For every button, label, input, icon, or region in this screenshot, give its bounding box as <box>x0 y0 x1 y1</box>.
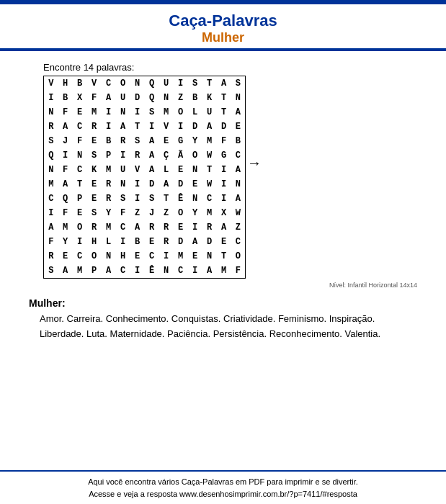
grid-cell: C <box>116 220 130 235</box>
grid-cell: E <box>159 134 174 148</box>
page-subtitle: Mulher <box>0 30 446 45</box>
grid-cell: M <box>87 105 102 120</box>
grid-cell: U <box>116 163 130 177</box>
grid-cell: R <box>159 220 174 235</box>
grid-cell: R <box>130 148 145 163</box>
grid-cell: I <box>130 177 145 192</box>
words-line2: Liberdade. Luta. Maternidade. Paciência.… <box>40 327 417 342</box>
grid-cell: A <box>145 134 159 148</box>
grid-cell: H <box>87 235 102 249</box>
grid-cell: F <box>231 264 246 279</box>
grid-cell: A <box>202 264 217 279</box>
grid-cell: S <box>44 264 58 279</box>
grid-cell: O <box>231 249 246 264</box>
grid-cell: P <box>102 148 116 163</box>
grid-cell: E <box>58 249 73 264</box>
grid-cell: Z <box>231 220 246 235</box>
content-area: Encontre 14 palavras: VHBVCONQUISTASIBXF… <box>0 58 446 349</box>
grid-cell: I <box>174 76 188 91</box>
grid-cell: T <box>159 192 174 206</box>
grid-cell: W <box>231 206 246 220</box>
grid-cell: A <box>217 220 231 235</box>
grid-cell: P <box>73 192 87 206</box>
grid-cell: R <box>202 220 217 235</box>
grid-cell: N <box>188 192 202 206</box>
words-title: Mulher: <box>29 297 417 309</box>
grid-cell: C <box>116 264 130 279</box>
footer: Aqui você encontra vários Caça-Palavras … <box>0 470 446 504</box>
grid-cell: J <box>58 134 73 148</box>
grid-cell: R <box>145 220 159 235</box>
footer-line2: Acesse e veja a resposta www.desenhosimp… <box>7 488 439 500</box>
grid-cell: M <box>174 249 188 264</box>
grid-cell: E <box>87 134 102 148</box>
grid-cell: I <box>188 220 202 235</box>
grid-cell: D <box>174 235 188 249</box>
grid-cell: T <box>217 91 231 105</box>
grid-cell: R <box>102 177 116 192</box>
page-title: Caça-Palavras <box>0 12 446 30</box>
grid-cell: K <box>202 91 217 105</box>
grid-cell: S <box>87 206 102 220</box>
grid-cell: O <box>116 76 130 91</box>
grid-cell: E <box>87 177 102 192</box>
grid-cell: A <box>145 163 159 177</box>
grid-cell: Y <box>58 235 73 249</box>
grid-cell: A <box>58 120 73 134</box>
grid-cell: B <box>231 134 246 148</box>
grid-cell: C <box>73 249 87 264</box>
grid-cell: A <box>159 177 174 192</box>
grid-cell: C <box>73 163 87 177</box>
grid-cell: F <box>58 163 73 177</box>
grid-cell: I <box>145 120 159 134</box>
grid-cell: R <box>44 249 58 264</box>
grid-cell: Q <box>44 148 58 163</box>
arrow-right-icon: → <box>247 155 262 171</box>
grid-cell: A <box>145 148 159 163</box>
words-section: Mulher: Amor. Carreira. Conhecimento. Co… <box>29 297 417 342</box>
grid-cell: Z <box>159 206 174 220</box>
grid-cell: I <box>217 177 231 192</box>
grid-cell: N <box>202 249 217 264</box>
grid-cell: A <box>231 105 246 120</box>
grid-cell: S <box>87 148 102 163</box>
grid-cell: F <box>116 206 130 220</box>
grid-cell: A <box>116 120 130 134</box>
grid-cell: M <box>102 163 116 177</box>
grid-cell: Y <box>188 134 202 148</box>
grid-cell: N <box>116 177 130 192</box>
grid-cell: L <box>159 163 174 177</box>
grid-cell: H <box>116 249 130 264</box>
grid-cell: Y <box>102 206 116 220</box>
grid-cell: I <box>44 206 58 220</box>
grid-cell: T <box>217 249 231 264</box>
grid-cell: D <box>202 235 217 249</box>
grid-cell: K <box>87 163 102 177</box>
grid-cell: Q <box>145 76 159 91</box>
grid-cell: B <box>73 76 87 91</box>
grid-cell: S <box>44 134 58 148</box>
grid-cell: I <box>130 264 145 279</box>
grid-cell: M <box>202 206 217 220</box>
grid-cell: G <box>174 134 188 148</box>
header: Caça-Palavras Mulher <box>0 4 446 48</box>
grid-cell: A <box>102 91 116 105</box>
grid-cell: E <box>231 120 246 134</box>
grid-cell: A <box>217 76 231 91</box>
grid-cell: E <box>217 235 231 249</box>
grid-cell: D <box>174 177 188 192</box>
grid-cell: Ê <box>145 264 159 279</box>
grid-cell: B <box>102 134 116 148</box>
grid-cell: T <box>202 163 217 177</box>
grid-cell: F <box>58 105 73 120</box>
grid-cell: Z <box>130 206 145 220</box>
grid-cell: N <box>73 148 87 163</box>
grid-cell: M <box>58 220 73 235</box>
grid-cell: U <box>159 76 174 91</box>
grid-cell: C <box>145 249 159 264</box>
grid-cell: I <box>102 120 116 134</box>
grid-cell: C <box>174 264 188 279</box>
grid-cell: B <box>188 91 202 105</box>
grid-cell: W <box>202 148 217 163</box>
grid-cell: I <box>102 105 116 120</box>
